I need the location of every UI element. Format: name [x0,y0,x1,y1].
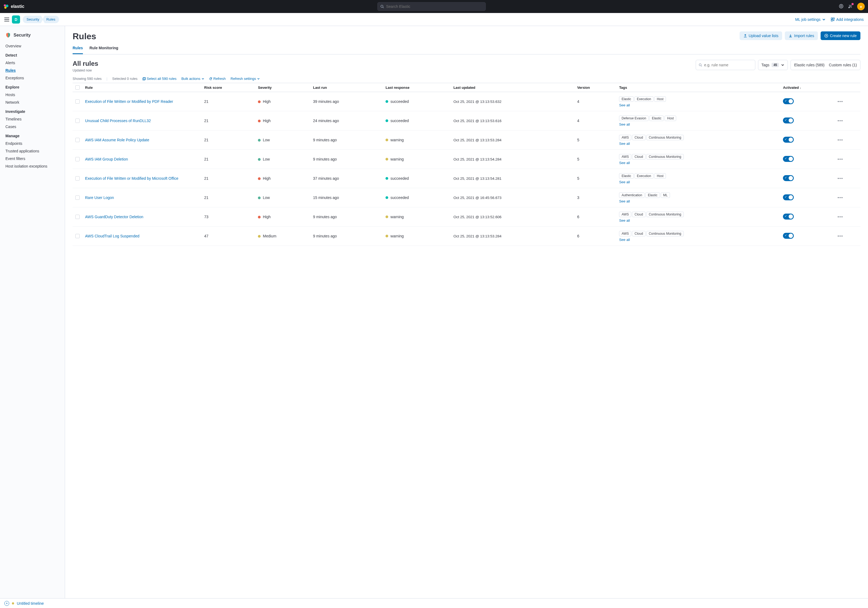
tags-filter[interactable]: Tags 45 [758,60,788,70]
rule-name-link[interactable]: Unusual Child Processes of RunDLL32 [82,111,202,130]
tag-pill[interactable]: AWS [619,212,631,217]
see-all-tags[interactable]: See all [619,161,630,165]
activated-toggle[interactable]: ✓ [783,233,794,239]
see-all-tags[interactable]: See all [619,199,630,203]
activated-toggle[interactable]: ✓ [783,156,794,162]
rule-name-link[interactable]: Rare User Logon [82,188,202,207]
row-checkbox[interactable] [75,234,80,238]
col-risk[interactable]: Risk score [202,83,256,92]
tag-pill[interactable]: Continuous Monitoring [646,231,684,236]
tag-pill[interactable]: Execution [634,96,654,102]
col-updated[interactable]: Last updated [451,83,575,92]
tag-pill[interactable]: ML [661,192,670,198]
tag-pill[interactable]: Cloud [632,212,645,217]
tag-pill[interactable]: Continuous Monitoring [646,212,684,217]
row-checkbox[interactable] [75,138,80,142]
ml-job-settings[interactable]: ML job settings [795,17,825,22]
activated-toggle[interactable]: ✓ [783,213,794,220]
breadcrumb-rules[interactable]: Rules [43,16,59,23]
row-checkbox[interactable] [75,99,80,104]
tab-rules[interactable]: Rules [73,46,83,54]
sidebar-item-trusted-applications[interactable]: Trusted applications [0,147,65,155]
tag-pill[interactable]: Authentication [619,192,645,198]
add-integrations[interactable]: Add integrations [831,17,864,22]
rule-name-link[interactable]: Execution of File Written or Modified by… [82,92,202,111]
sidebar-item-overview[interactable]: Overview [0,42,65,50]
rule-source-filter[interactable]: Elastic rules (589) Custom rules (1) [790,60,860,70]
col-lastrun[interactable]: Last run [310,83,383,92]
tag-pill[interactable]: AWS [619,154,631,159]
import-rules-button[interactable]: Import rules [785,31,818,40]
see-all-tags[interactable]: See all [619,238,630,242]
tag-pill[interactable]: AWS [619,231,631,236]
sidebar-item-endpoints[interactable]: Endpoints [0,140,65,147]
activated-toggle[interactable]: ✓ [783,118,794,124]
rule-name-link[interactable]: AWS IAM Group Deletion [82,150,202,169]
breadcrumb-security[interactable]: Security [23,16,43,23]
tag-pill[interactable]: AWS [619,135,631,140]
rule-search-input[interactable] [704,63,752,67]
row-checkbox[interactable] [75,157,80,161]
row-actions-menu[interactable]: ••• [838,215,843,219]
nav-toggle-icon[interactable] [4,18,9,22]
tag-pill[interactable]: Host [665,116,676,121]
tag-pill[interactable]: Elastic [619,173,633,179]
activated-toggle[interactable]: ✓ [783,194,794,200]
sidebar-item-exceptions[interactable]: Exceptions [0,74,65,82]
col-activated[interactable]: Activated↓ [780,83,835,92]
rule-name-link[interactable]: Execution of File Written or Modified by… [82,169,202,188]
rule-name-link[interactable]: AWS CloudTrail Log Suspended [82,227,202,246]
tag-pill[interactable]: Cloud [632,135,645,140]
col-severity[interactable]: Severity [255,83,310,92]
sidebar-item-alerts[interactable]: Alerts [0,59,65,67]
tab-rule-monitoring[interactable]: Rule Monitoring [89,46,118,54]
tag-pill[interactable]: Defense Evasion [619,116,649,121]
tag-pill[interactable]: Elastic [649,116,664,121]
row-actions-menu[interactable]: ••• [838,234,843,238]
sidebar-item-hosts[interactable]: Hosts [0,91,65,99]
rule-name-link[interactable]: AWS GuardDuty Detector Deletion [82,207,202,227]
row-actions-menu[interactable]: ••• [838,138,843,142]
col-rule[interactable]: Rule [82,83,202,92]
tag-pill[interactable]: Elastic [645,192,660,198]
row-checkbox[interactable] [75,176,80,181]
user-avatar[interactable]: e [857,3,865,10]
activated-toggle[interactable]: ✓ [783,175,794,181]
select-all-link[interactable]: Select all 590 rules [143,77,177,80]
see-all-tags[interactable]: See all [619,180,630,184]
row-checkbox[interactable] [75,119,80,123]
rule-search[interactable] [696,60,755,70]
see-all-tags[interactable]: See all [619,142,630,145]
col-tags[interactable]: Tags [616,83,780,92]
tag-pill[interactable]: Host [654,96,666,102]
row-checkbox[interactable] [75,195,80,200]
elastic-logo[interactable]: elastic [3,4,24,9]
space-selector[interactable]: D [12,15,20,23]
tag-pill[interactable]: Host [654,173,666,179]
col-version[interactable]: Version [574,83,616,92]
help-icon[interactable] [839,4,844,9]
rule-name-link[interactable]: AWS IAM Assume Role Policy Update [82,130,202,150]
upload-value-lists-button[interactable]: Upload value lists [739,31,783,40]
sidebar-item-timelines[interactable]: Timelines [0,115,65,123]
row-actions-menu[interactable]: ••• [838,119,843,123]
refresh-settings[interactable]: Refresh settings [231,77,260,80]
see-all-tags[interactable]: See all [619,103,630,107]
tag-pill[interactable]: Continuous Monitoring [646,135,684,140]
global-search-input[interactable] [386,4,483,9]
refresh-button[interactable]: Refresh [209,77,226,80]
sidebar-item-cases[interactable]: Cases [0,123,65,130]
col-lastresp[interactable]: Last response [383,83,451,92]
sidebar-item-rules[interactable]: Rules [0,67,65,74]
row-actions-menu[interactable]: ••• [838,195,843,200]
row-actions-menu[interactable]: ••• [838,157,843,161]
bulk-actions[interactable]: Bulk actions [181,77,204,80]
global-search[interactable] [377,2,486,11]
row-actions-menu[interactable]: ••• [838,176,843,181]
see-all-tags[interactable]: See all [619,122,630,127]
activated-toggle[interactable]: ✓ [783,137,794,143]
activated-toggle[interactable]: ✓ [783,98,794,104]
see-all-tags[interactable]: See all [619,218,630,223]
tag-pill[interactable]: Continuous Monitoring [646,154,684,159]
row-checkbox[interactable] [75,215,80,219]
